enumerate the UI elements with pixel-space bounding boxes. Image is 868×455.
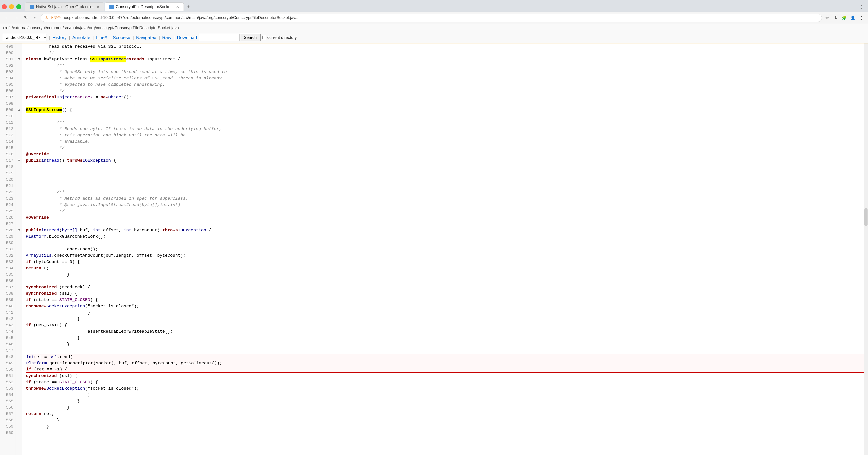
forward-button[interactable]: → — [12, 14, 20, 22]
code-line: throw new SocketException("socket is clo… — [26, 303, 864, 309]
search-input[interactable] — [199, 34, 240, 41]
code-line: } — [26, 398, 864, 404]
line-number: 526 — [2, 214, 13, 221]
expand-cell — [17, 354, 21, 360]
expand-cell[interactable]: ⊟ — [17, 107, 21, 113]
address-text: aospxref.com/android-10.0.0_r47/xref/ext… — [63, 16, 298, 20]
line-number: 559 — [2, 423, 13, 430]
line-number: 545 — [2, 335, 13, 341]
line-number: 560 — [2, 430, 13, 436]
expand-cell — [17, 176, 21, 183]
navigate-link[interactable]: Navigate# — [134, 35, 158, 40]
tab-close-1[interactable]: ✕ — [96, 5, 99, 9]
maximize-window-button[interactable] — [16, 4, 21, 9]
expand-cell — [17, 233, 21, 240]
download-link[interactable]: Download — [175, 35, 199, 40]
expand-cell — [17, 145, 21, 151]
expand-cell — [17, 208, 21, 214]
code-line: * @see java.io.InputStream#read(byte[],i… — [26, 202, 864, 208]
tab-nativessl[interactable]: NativeSsl.java - OpenGrok cro... ✕ — [25, 2, 104, 11]
new-tab-button[interactable]: + — [184, 3, 192, 11]
line-number: 555 — [2, 398, 13, 404]
tab-conscrypt[interactable]: ConscryptFileDescriptorSocke... ✕ — [105, 2, 184, 11]
scrollbar-thumb[interactable] — [864, 208, 868, 226]
expand-cell — [17, 126, 21, 132]
expand-cell — [17, 94, 21, 100]
expand-cell — [17, 50, 21, 56]
line-number: 515 — [2, 145, 13, 151]
line-number: 525 — [2, 208, 13, 214]
line-number: 500 — [2, 50, 13, 56]
profile-button[interactable]: 👤 — [849, 14, 857, 22]
search-button[interactable]: Search — [240, 34, 260, 41]
code-line: if (DBG_STATE) { — [26, 322, 864, 328]
expand-cell — [17, 189, 21, 195]
sep-2: | — [69, 35, 70, 40]
tab-label-1: NativeSsl.java - OpenGrok cro... — [36, 4, 94, 9]
tab-close-2[interactable]: ✕ — [176, 5, 179, 9]
code-line: int ret = ssl.read( — [26, 354, 864, 360]
expand-cell — [17, 252, 21, 259]
sep-6: | — [159, 35, 160, 40]
history-link[interactable]: History — [51, 35, 68, 40]
not-secure-label: 不安全 — [50, 16, 61, 20]
line-link[interactable]: Line# — [94, 35, 109, 40]
line-number: 540 — [2, 303, 13, 309]
line-number: 504 — [2, 75, 13, 82]
expand-icon[interactable]: ⊟ — [18, 107, 20, 113]
minimize-window-button[interactable] — [9, 4, 14, 9]
breadcrumb: xref: /external/conscrypt/common/src/mai… — [0, 24, 868, 32]
code-line — [26, 240, 864, 246]
address-bar[interactable]: ⚠ 不安全 aospxref.com/android-10.0.0_r47/xr… — [41, 14, 822, 22]
tab-favicon-2 — [110, 5, 114, 9]
current-dir-checkbox[interactable] — [262, 36, 266, 39]
expand-icon[interactable]: ⊟ — [18, 227, 20, 233]
line-number: 538 — [2, 291, 13, 297]
settings-button[interactable]: ⋮ — [858, 14, 865, 22]
bookmark-button[interactable]: ☆ — [823, 14, 831, 22]
annotate-link[interactable]: Annotate — [70, 35, 92, 40]
sep-4: | — [110, 35, 111, 40]
line-number: 510 — [2, 113, 13, 119]
expand-cell[interactable]: ⊟ — [17, 227, 21, 233]
code-line: synchronized (readLock) { — [26, 284, 864, 291]
code-line: ArrayUtils.checkOffsetAndCount(buf.lengt… — [26, 252, 864, 259]
expand-icon[interactable]: ⊟ — [18, 56, 20, 62]
downloads-button[interactable]: ⬇ — [832, 14, 839, 22]
expand-icon[interactable]: ⊟ — [18, 157, 20, 164]
expand-cell[interactable]: ⊟ — [17, 56, 21, 62]
expand-cell — [17, 119, 21, 126]
line-number: 516 — [2, 151, 13, 157]
raw-link[interactable]: Raw — [160, 35, 173, 40]
version-selector[interactable]: android-10.0.0_r47 — [3, 34, 47, 41]
expand-cell — [17, 62, 21, 69]
reload-button[interactable]: ↻ — [22, 14, 30, 22]
code-line: */ — [26, 88, 864, 94]
expand-cell[interactable]: ⊟ — [17, 157, 21, 164]
back-button[interactable]: ← — [3, 14, 11, 22]
code-area: 4995005015025035045055065075085095105115… — [0, 43, 868, 455]
expand-cell — [17, 366, 21, 373]
line-number: 550 — [2, 366, 13, 373]
line-number: 549 — [2, 360, 13, 366]
expand-cell — [17, 297, 21, 303]
close-window-button[interactable] — [2, 4, 7, 9]
expand-cell — [17, 347, 21, 354]
expand-cell — [17, 379, 21, 385]
expand-cell — [17, 202, 21, 208]
scopes-link[interactable]: Scopes# — [111, 35, 132, 40]
line-number: 551 — [2, 373, 13, 379]
line-number: 531 — [2, 246, 13, 252]
expand-cell — [17, 341, 21, 347]
line-number: 503 — [2, 69, 13, 75]
line-number: 535 — [2, 271, 13, 278]
extensions-button[interactable]: 🧩 — [840, 14, 848, 22]
browser-menu-button[interactable]: ⋮ — [857, 4, 866, 9]
home-button[interactable]: ⌂ — [31, 14, 39, 22]
scrollbar-track[interactable] — [864, 43, 868, 455]
code-line: SSLInputStream() { — [26, 107, 864, 113]
line-number: 517 — [2, 157, 13, 164]
expand-cell — [17, 259, 21, 265]
line-number: 523 — [2, 195, 13, 202]
code-line: class="kw">private class SSLInputStream … — [26, 56, 864, 62]
